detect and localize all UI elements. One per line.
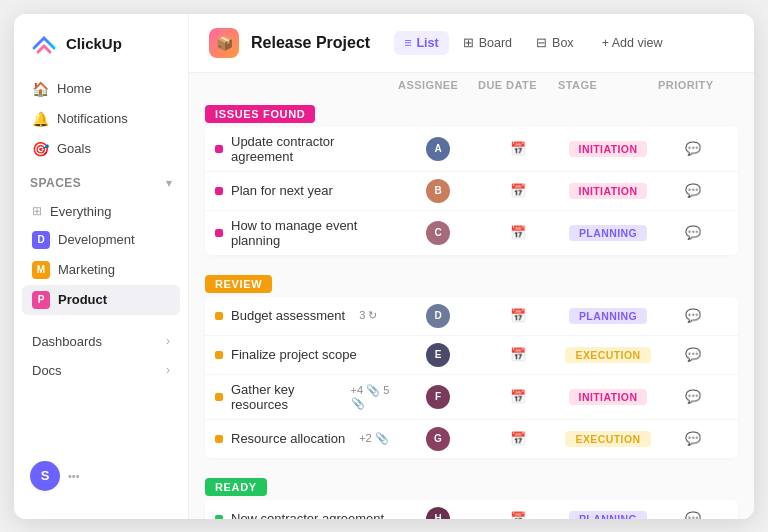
marketing-dot: M [32, 261, 50, 279]
everything-label: Everything [50, 204, 111, 219]
stage-badge: INITIATION [569, 183, 648, 199]
sidebar-item-dashboards[interactable]: Dashboards › [22, 327, 180, 356]
priority-icon: 💬 [685, 225, 701, 240]
task-name: Finalize project scope [231, 347, 357, 362]
avatar: B [426, 179, 450, 203]
box-icon: ⊟ [536, 35, 547, 50]
avatar: A [426, 137, 450, 161]
sidebar-footer: S ••• [14, 449, 188, 503]
grid-icon: ⊞ [32, 204, 42, 218]
task-badge: +4 📎 5 📎 [351, 384, 398, 410]
priority-icon: 💬 [685, 347, 701, 362]
stage-badge: PLANNING [569, 511, 647, 519]
home-icon: 🏠 [32, 81, 49, 97]
tab-board[interactable]: ⊞ Board [453, 30, 522, 55]
calendar-icon: 📅 [510, 141, 526, 156]
marketing-label: Marketing [58, 262, 115, 277]
sidebar-nav: 🏠 Home 🔔 Notifications 🎯 Goals [14, 74, 188, 164]
table-row[interactable]: New contractor agreement H 📅 PLANNING 💬 [205, 500, 738, 519]
stage-badge: PLANNING [569, 225, 647, 241]
goals-icon: 🎯 [32, 141, 49, 157]
section-ready: READY New contractor agreement H 📅 PLANN… [205, 470, 738, 519]
avatar: G [426, 427, 450, 451]
issues-found-label: ISSUES FOUND [205, 105, 315, 123]
clickup-logo-icon [30, 30, 58, 58]
avatar: H [426, 507, 450, 519]
stage-badge: PLANNING [569, 308, 647, 324]
task-dot [215, 145, 223, 153]
task-dot [215, 187, 223, 195]
development-label: Development [58, 232, 135, 247]
spaces-label: Spaces [30, 176, 81, 190]
stage-badge: INITIATION [569, 141, 648, 157]
sidebar-item-home[interactable]: 🏠 Home [22, 74, 180, 104]
list-icon: ≡ [404, 36, 411, 50]
product-dot: P [32, 291, 50, 309]
avatar: D [426, 304, 450, 328]
table-row[interactable]: Resource allocation +2 📎 G 📅 EXECUTION 💬 [205, 420, 738, 458]
sidebar-item-goals[interactable]: 🎯 Goals [22, 134, 180, 164]
sidebar-item-product[interactable]: P Product [22, 285, 180, 315]
space-items: ⊞ Everything D Development M Marketing P… [14, 194, 188, 319]
task-name: Gather key resources [231, 382, 337, 412]
docs-label: Docs [32, 363, 62, 378]
task-badge: 3 ↻ [359, 309, 377, 322]
avatar: E [426, 343, 450, 367]
task-name: How to manage event planning [231, 218, 398, 248]
chevron-right-docs-icon: › [166, 363, 170, 377]
priority-icon: 💬 [685, 308, 701, 323]
user-avatar[interactable]: S [30, 461, 60, 491]
app-name: ClickUp [66, 35, 122, 52]
sidebar: ClickUp 🏠 Home 🔔 Notifications 🎯 Goals S… [14, 14, 189, 519]
table-row[interactable]: How to manage event planning C 📅 PLANNIN… [205, 211, 738, 255]
table-row[interactable]: Plan for next year B 📅 INITIATION 💬 [205, 172, 738, 211]
logo: ClickUp [14, 30, 188, 74]
tab-list[interactable]: ≡ List [394, 31, 449, 55]
table-row[interactable]: Update contractor agreement A 📅 INITIATI… [205, 127, 738, 172]
sidebar-item-development[interactable]: D Development [22, 225, 180, 255]
section-review: REVIEW Budget assessment 3 ↻ D 📅 PLANNIN… [205, 267, 738, 458]
stage-badge: EXECUTION [565, 431, 650, 447]
ready-tasks: New contractor agreement H 📅 PLANNING 💬 … [205, 500, 738, 519]
task-dot [215, 312, 223, 320]
tab-box[interactable]: ⊟ Box [526, 30, 584, 55]
sidebar-item-marketing[interactable]: M Marketing [22, 255, 180, 285]
task-name: Budget assessment [231, 308, 345, 323]
spaces-section: Spaces ▾ [14, 164, 188, 194]
sidebar-item-home-label: Home [57, 81, 92, 96]
main-content: 📦 Release Project ≡ List ⊞ Board ⊟ Box +… [189, 14, 754, 519]
avatar: C [426, 221, 450, 245]
task-name: Plan for next year [231, 183, 333, 198]
table-area: ASSIGNEE DUE DATE STAGE PRIORITY ISSUES … [189, 73, 754, 519]
table-header: ASSIGNEE DUE DATE STAGE PRIORITY [205, 73, 738, 97]
dashboards-label: Dashboards [32, 334, 102, 349]
priority-icon: 💬 [685, 389, 701, 404]
priority-icon: 💬 [685, 511, 701, 519]
task-dot [215, 229, 223, 237]
sidebar-item-notifications-label: Notifications [57, 111, 128, 126]
project-title: Release Project [251, 34, 370, 52]
task-dot [215, 393, 223, 401]
add-view-button[interactable]: + Add view [592, 31, 673, 55]
product-label: Product [58, 292, 107, 307]
main-header: 📦 Release Project ≡ List ⊞ Board ⊟ Box +… [189, 14, 754, 73]
task-name: Update contractor agreement [231, 134, 398, 164]
sidebar-item-notifications[interactable]: 🔔 Notifications [22, 104, 180, 134]
spaces-header[interactable]: Spaces ▾ [30, 176, 172, 190]
calendar-icon: 📅 [510, 183, 526, 198]
sidebar-item-docs[interactable]: Docs › [22, 356, 180, 385]
calendar-icon: 📅 [510, 389, 526, 404]
bell-icon: 🔔 [32, 111, 49, 127]
calendar-icon: 📅 [510, 225, 526, 240]
table-row[interactable]: Budget assessment 3 ↻ D 📅 PLANNING 💬 [205, 297, 738, 336]
table-row[interactable]: Gather key resources +4 📎 5 📎 F 📅 INITIA… [205, 375, 738, 420]
app-container: ClickUp 🏠 Home 🔔 Notifications 🎯 Goals S… [14, 14, 754, 519]
issues-found-tasks: Update contractor agreement A 📅 INITIATI… [205, 127, 738, 255]
table-row[interactable]: Finalize project scope E 📅 EXECUTION 💬 [205, 336, 738, 375]
priority-icon: 💬 [685, 141, 701, 156]
col-due-date: DUE DATE [478, 79, 558, 91]
stage-badge: INITIATION [569, 389, 648, 405]
section-issues-found: ISSUES FOUND Update contractor agreement… [205, 97, 738, 255]
task-name: Resource allocation [231, 431, 345, 446]
sidebar-item-everything[interactable]: ⊞ Everything [22, 198, 180, 225]
